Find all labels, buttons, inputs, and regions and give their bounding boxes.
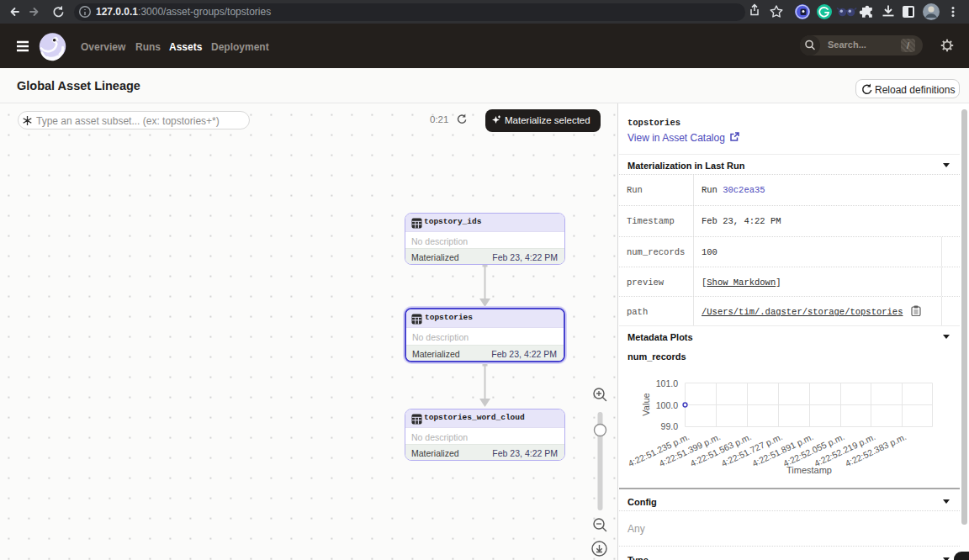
svg-text:Timestamp: Timestamp [786,465,832,475]
svg-text:101.0: 101.0 [656,378,678,388]
svg-text:100.0: 100.0 [656,400,678,410]
svg-text:Value: Value [641,393,651,415]
svg-text:99.0: 99.0 [661,421,679,431]
